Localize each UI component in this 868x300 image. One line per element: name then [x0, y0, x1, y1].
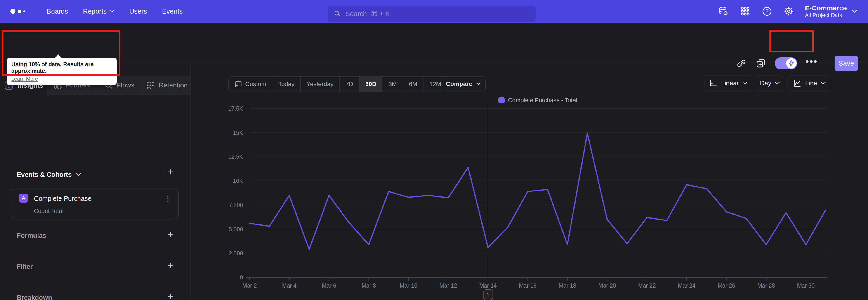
events-cohorts-header[interactable]: Events & Cohorts: [17, 171, 81, 178]
settings-gear-icon[interactable]: [783, 6, 794, 17]
y-tick-label: 0: [240, 274, 243, 280]
share-link-icon[interactable]: [736, 58, 747, 69]
y-tick-label: 5,000: [229, 226, 243, 232]
range-label: 3M: [388, 81, 397, 88]
y-tick-label: 12.5K: [228, 153, 243, 160]
chart-type-dropdown[interactable]: Line: [788, 75, 830, 91]
linear-axis-icon: [708, 79, 717, 88]
search-input-wrap[interactable]: [328, 6, 536, 22]
x-tick-label: Mar 18: [559, 282, 576, 289]
chevron-down-icon: [76, 173, 81, 176]
x-tick-label: Mar 8: [362, 282, 376, 289]
x-tick-label: Mar 30: [797, 282, 815, 289]
range-label: 6M: [409, 81, 417, 88]
learn-more-link[interactable]: Learn More: [11, 76, 38, 82]
event-name[interactable]: Complete Purchase: [34, 195, 92, 202]
apps-grid-icon[interactable]: [740, 6, 751, 17]
help-icon[interactable]: ?: [762, 6, 772, 17]
events-cohorts-label: Events & Cohorts: [17, 171, 72, 178]
add-breakdown-button[interactable]: +: [165, 292, 176, 300]
x-tick-label: Mar 6: [322, 282, 336, 289]
sampling-toggle[interactable]: [775, 57, 797, 69]
add-formulas-button[interactable]: +: [165, 230, 176, 240]
nav-item-boards[interactable]: Boards: [46, 7, 68, 15]
section-formulas: Formulas+: [0, 230, 191, 244]
scale-dropdown[interactable]: Linear: [704, 75, 752, 91]
project-name: E-Commerce: [805, 4, 847, 12]
range-custom[interactable]: Custom: [228, 77, 272, 92]
header-actions: ••• Save: [736, 55, 858, 72]
compare-button[interactable]: Compare: [441, 77, 486, 91]
duplicate-icon[interactable]: [755, 58, 767, 69]
range-label: 7D: [345, 81, 353, 88]
x-tick-label: Mar 16: [519, 282, 537, 289]
range-yesterday[interactable]: Yesterday: [301, 77, 340, 92]
tooltip-text: Using 10% of data. Results are approxima…: [11, 61, 112, 74]
search-icon: [334, 10, 341, 18]
y-tick-label: 17.5K: [228, 106, 243, 112]
tab-label: Flows: [117, 81, 134, 89]
x-tick-label: Mar 4: [282, 282, 297, 289]
series-line: [250, 133, 826, 249]
chevron-down-icon: [852, 9, 858, 13]
nav-item-events[interactable]: Events: [162, 7, 183, 15]
y-tick-label: 15K: [233, 129, 243, 136]
calendar-icon: [235, 80, 242, 88]
annotation-badge[interactable]: [483, 290, 493, 300]
x-tick-label: Mar 14: [479, 282, 497, 289]
range-7d[interactable]: 7D: [340, 77, 360, 92]
scale-label: Linear: [721, 80, 739, 87]
nav-items: BoardsReportsUsersEvents: [46, 7, 183, 15]
tab-retention[interactable]: Retention: [143, 76, 191, 95]
add-event-button[interactable]: +: [165, 167, 176, 177]
lightning-bolt-icon: [786, 58, 797, 68]
range-label: Custom: [245, 81, 266, 88]
event-card[interactable]: A Complete Purchase Count Total ⋮: [12, 188, 179, 219]
x-tick-label: Mar 22: [638, 282, 656, 289]
report-header: Untitled Sampled + Add description... ••…: [0, 23, 868, 63]
section-label: Formulas: [17, 232, 46, 239]
compare-label: Compare: [446, 81, 472, 88]
save-button[interactable]: Save: [835, 56, 858, 71]
range-label: Yesterday: [307, 81, 333, 88]
interval-label: Day: [760, 80, 771, 87]
add-filter-button[interactable]: +: [165, 261, 176, 271]
range-label: 12M: [429, 81, 441, 88]
chart-type-label: Line: [805, 80, 817, 87]
event-menu-icon[interactable]: ⋮: [164, 194, 172, 203]
chevron-down-icon: [775, 82, 780, 85]
search-input[interactable]: [345, 10, 530, 18]
range-3m[interactable]: 3M: [382, 77, 403, 92]
interval-dropdown[interactable]: Day: [756, 75, 784, 91]
chart-legend: Complete Purchase - Total: [250, 97, 826, 104]
section-filter: Filter+: [0, 261, 191, 275]
y-tick-label: 7,500: [229, 202, 243, 208]
more-menu-button[interactable]: •••: [805, 58, 818, 68]
range-6m[interactable]: 6M: [403, 77, 424, 92]
nav-item-reports[interactable]: Reports: [83, 7, 114, 15]
retention-icon: [146, 81, 155, 90]
y-tick-label: 2,500: [229, 250, 243, 257]
range-label: Today: [278, 81, 294, 88]
tab-label: Retention: [159, 81, 188, 89]
nav-right: ? E-Commerce All Project Data: [718, 0, 858, 23]
chevron-down-icon: [742, 82, 747, 85]
mixpanel-logo-icon[interactable]: [10, 9, 37, 14]
x-tick-label: Mar 26: [718, 282, 735, 289]
legend-item[interactable]: Complete Purchase - Total: [498, 97, 577, 104]
event-metric[interactable]: Count Total: [34, 208, 64, 214]
series-letter-badge: A: [19, 193, 28, 203]
project-switcher[interactable]: E-Commerce All Project Data: [805, 4, 858, 18]
data-management-icon[interactable]: [718, 6, 729, 17]
range-30d[interactable]: 30D: [360, 77, 383, 92]
section-breakdown: Breakdown+: [0, 292, 191, 300]
svg-text:?: ?: [765, 8, 769, 14]
section-label: Filter: [17, 263, 33, 270]
range-today[interactable]: Today: [272, 77, 301, 92]
nav-item-users[interactable]: Users: [129, 7, 147, 15]
line-chart-icon: [793, 79, 802, 88]
x-tick-label: Mar 10: [400, 282, 417, 289]
project-scope: All Project Data: [805, 12, 847, 18]
x-tick-label: Mar 20: [598, 282, 616, 289]
legend-swatch: [498, 97, 504, 103]
